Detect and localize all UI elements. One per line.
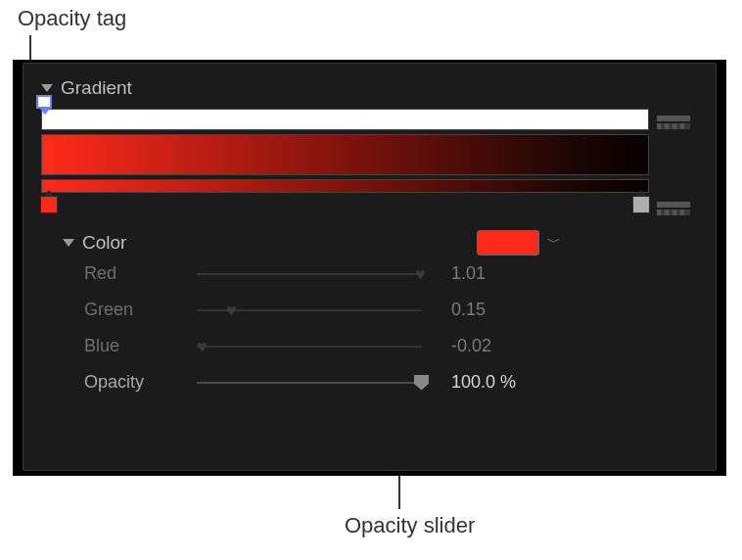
color-section-header[interactable]: Color ﹀ bbox=[63, 230, 698, 256]
slider-keyframe-icon: ♥ bbox=[415, 264, 426, 285]
slider-keyframe-icon: ♥ bbox=[197, 337, 208, 357]
disclosure-triangle-icon[interactable] bbox=[63, 239, 74, 247]
opacity-slider[interactable] bbox=[197, 373, 422, 393]
gradient-section-header[interactable]: Gradient bbox=[41, 77, 698, 99]
param-row-blue: Blue ♥ -0.02 bbox=[63, 328, 698, 364]
distribute-color-icon[interactable] bbox=[657, 195, 690, 222]
param-label: Green bbox=[84, 300, 197, 320]
annotation-opacity-tag: Opacity tag bbox=[18, 6, 126, 31]
gradient-editor bbox=[41, 109, 698, 193]
slider-thumb[interactable] bbox=[414, 375, 429, 391]
opacity-value[interactable]: 100.0 % bbox=[451, 372, 588, 393]
param-label: Blue bbox=[84, 336, 197, 356]
section-title: Gradient bbox=[61, 77, 132, 99]
distribute-opacity-icon[interactable] bbox=[657, 109, 690, 136]
color-stop-track[interactable] bbox=[41, 179, 649, 193]
param-row-opacity: Opacity 100.0 % bbox=[63, 364, 698, 400]
gradient-preview bbox=[41, 134, 649, 175]
param-label: Opacity bbox=[84, 372, 197, 393]
red-value[interactable]: 1.01 bbox=[451, 263, 588, 284]
opacity-tag[interactable] bbox=[36, 95, 52, 109]
param-label: Red bbox=[84, 263, 197, 284]
annotation-opacity-slider: Opacity slider bbox=[345, 513, 475, 538]
green-value[interactable]: 0.15 bbox=[451, 300, 588, 320]
disclosure-triangle-icon[interactable] bbox=[41, 84, 53, 92]
color-swatch[interactable] bbox=[477, 230, 539, 256]
param-row-green: Green ♥ 0.15 bbox=[63, 292, 698, 328]
green-slider[interactable]: ♥ bbox=[197, 301, 422, 320]
param-row-red: Red ♥ 1.01 bbox=[63, 256, 698, 292]
opacity-track[interactable] bbox=[41, 109, 649, 130]
slider-keyframe-icon: ♥ bbox=[226, 301, 237, 321]
screenshot-region: Gradient Color bbox=[13, 60, 726, 476]
inspector-panel: Gradient Color bbox=[23, 63, 717, 471]
blue-slider[interactable]: ♥ bbox=[197, 337, 422, 356]
chevron-down-icon[interactable]: ﹀ bbox=[547, 234, 561, 252]
color-section: Color ﹀ Red ♥ 1.01 Green ♥ bbox=[41, 230, 698, 400]
color-stop-right[interactable] bbox=[632, 196, 650, 213]
red-slider[interactable]: ♥ bbox=[197, 264, 422, 284]
blue-value[interactable]: -0.02 bbox=[451, 336, 588, 356]
color-section-title: Color bbox=[82, 232, 126, 254]
color-stop-left[interactable] bbox=[40, 196, 58, 213]
